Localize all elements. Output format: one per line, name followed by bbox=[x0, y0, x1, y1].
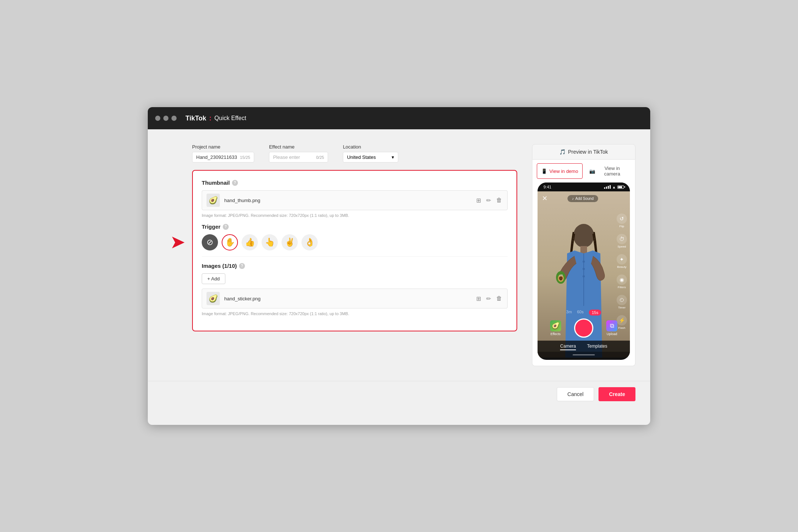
phone-screen: ✕ ♪ Add Sound ↺ bbox=[538, 191, 630, 358]
thumbnail-info-icon[interactable]: ? bbox=[232, 180, 238, 186]
phone-close-btn[interactable]: ✕ bbox=[542, 194, 548, 202]
image-file-row: 🥑 hand_sticker.png ⊞ ✏ 🗑 bbox=[202, 289, 508, 308]
phone-mockup: 9:41 ▲ bbox=[538, 183, 630, 360]
timer-label: Timer bbox=[618, 306, 625, 309]
close-traffic-light[interactable] bbox=[155, 116, 160, 121]
trigger-btn-ok[interactable]: 👌 bbox=[301, 234, 318, 250]
effect-name-char-count: 0/25 bbox=[316, 155, 324, 160]
music-note-icon: 🎵 bbox=[559, 149, 566, 155]
thumbnail-filename: hand_thumb.png bbox=[224, 198, 471, 203]
templates-tab[interactable]: Templates bbox=[587, 344, 607, 350]
home-indicator bbox=[538, 352, 630, 358]
add-sound-label: Add Sound bbox=[575, 197, 594, 201]
trigger-btn-ban[interactable]: ⊘ bbox=[202, 234, 218, 250]
images-title: Images (1/10) ? bbox=[202, 263, 508, 269]
add-sound-pill[interactable]: ♪ Add Sound bbox=[567, 195, 598, 202]
svg-point-8 bbox=[559, 276, 563, 280]
timer-icon[interactable]: ⏲ bbox=[617, 295, 627, 305]
timer-row: 3m 60s 15s bbox=[538, 310, 630, 316]
flip-icon[interactable]: ↺ bbox=[617, 214, 627, 224]
phone-bottom-tabs: Camera Templates bbox=[538, 341, 630, 352]
svg-rect-1 bbox=[580, 246, 587, 253]
beauty-icon[interactable]: ✦ bbox=[617, 254, 627, 265]
effect-name-placeholder: Please enter bbox=[273, 154, 300, 160]
project-name-input[interactable]: Hand_2309211633 15/25 bbox=[192, 152, 254, 163]
demo-icon: 📱 bbox=[541, 168, 547, 174]
effect-name-label: Effect name bbox=[269, 144, 328, 150]
camera-background: ✕ ♪ Add Sound ↺ bbox=[538, 191, 630, 358]
effect-name-input[interactable]: Please enter 0/25 bbox=[269, 152, 328, 163]
phone-container: 9:41 ▲ bbox=[532, 183, 635, 366]
image-edit-btn[interactable]: ✏ bbox=[485, 294, 492, 303]
filters-icon[interactable]: ◉ bbox=[617, 274, 627, 285]
trigger-info-icon[interactable]: ? bbox=[223, 224, 229, 230]
status-icons: ▲ bbox=[604, 185, 624, 189]
thumbnail-edit-btn[interactable]: ✏ bbox=[485, 196, 492, 205]
view-in-demo-tab[interactable]: 📱 View in demo bbox=[537, 163, 583, 179]
create-button[interactable]: Create bbox=[598, 387, 635, 401]
location-select[interactable]: United States ▾ bbox=[343, 152, 398, 163]
add-image-button[interactable]: + Add bbox=[202, 273, 225, 284]
trigger-icons: ⊘ ✋ 👍 👆 ✌ 👌 bbox=[202, 234, 508, 250]
view-in-camera-tab[interactable]: 📷 View in camera bbox=[586, 163, 631, 179]
chevron-down-icon: ▾ bbox=[392, 154, 394, 160]
thumbnail-preview: 🥑 bbox=[207, 194, 220, 207]
thumbnail-hint: Image format: JPEG/PNG. Recommended size… bbox=[202, 213, 508, 218]
images-info-icon[interactable]: ? bbox=[239, 263, 245, 269]
speed-label: Speed bbox=[617, 245, 626, 248]
section-divider bbox=[202, 256, 508, 257]
wifi-icon: ▲ bbox=[612, 185, 616, 189]
timer-15s[interactable]: 15s bbox=[589, 310, 601, 316]
thumbnail-delete-btn[interactable]: 🗑 bbox=[495, 196, 503, 204]
trigger-btn-peace[interactable]: ✌ bbox=[282, 234, 298, 250]
app-window: TikTok : Quick Effect ➤ Project name Han… bbox=[148, 107, 650, 425]
image-actions: ⊞ ✏ 🗑 bbox=[475, 294, 503, 303]
thumbnail-file-row: 🥑 hand_thumb.png ⊞ ✏ 🗑 bbox=[202, 190, 508, 210]
beauty-label: Beauty bbox=[617, 265, 627, 269]
maximize-traffic-light[interactable] bbox=[171, 116, 177, 121]
image-filename: hand_sticker.png bbox=[224, 296, 471, 301]
effects-thumb-icon: 🥑 bbox=[550, 320, 561, 331]
trigger-btn-open-hand[interactable]: ✋ bbox=[222, 234, 238, 250]
traffic-lights bbox=[155, 116, 177, 121]
arrow-pointer: ➤ bbox=[170, 233, 185, 251]
tiktok-top-overlay: ✕ ♪ Add Sound bbox=[538, 191, 630, 205]
images-hint: Image format: JPEG/PNG. Recommended size… bbox=[202, 311, 508, 316]
thumbnail-preview-btn[interactable]: ⊞ bbox=[475, 196, 482, 205]
cancel-button[interactable]: Cancel bbox=[557, 387, 594, 401]
svg-point-10 bbox=[560, 275, 560, 276]
effects-label: Effects bbox=[550, 332, 560, 336]
preview-tabs: 📱 View in demo 📷 View in camera bbox=[532, 160, 635, 183]
separator: : bbox=[209, 115, 211, 122]
right-panel: 🎵 Preview in TikTok 📱 View in demo 📷 Vie… bbox=[532, 144, 635, 366]
filters-icon-item: ◉ Filters bbox=[617, 274, 627, 289]
page-footer: Cancel Create bbox=[148, 381, 650, 407]
minimize-traffic-light[interactable] bbox=[163, 116, 168, 121]
trigger-btn-thumb[interactable]: 👍 bbox=[242, 234, 258, 250]
trigger-title: Trigger ? bbox=[202, 224, 508, 230]
image-delete-btn[interactable]: 🗑 bbox=[495, 294, 503, 303]
tiktok-bottom: 3m 60s 15s 🥑 Effects bbox=[538, 310, 630, 358]
home-bar bbox=[573, 354, 595, 355]
signal-icon bbox=[604, 185, 611, 189]
beauty-icon-item: ✦ Beauty bbox=[617, 254, 627, 269]
project-name-value: Hand_2309211633 bbox=[196, 154, 237, 160]
thumbnail-title: Thumbnail ? bbox=[202, 180, 508, 186]
main-content: ➤ Project name Hand_2309211633 15/25 Eff… bbox=[148, 129, 650, 381]
effect-name-field: Effect name Please enter 0/25 bbox=[269, 144, 328, 163]
timer-3m[interactable]: 3m bbox=[566, 310, 572, 316]
trigger-btn-point[interactable]: 👆 bbox=[262, 234, 278, 250]
record-button[interactable] bbox=[574, 318, 593, 338]
effects-container: 🥑 Effects bbox=[550, 320, 561, 336]
app-subtitle: Quick Effect bbox=[214, 115, 246, 122]
project-name-label: Project name bbox=[192, 144, 254, 150]
speed-icon-item: ⏱ Speed bbox=[617, 234, 627, 248]
speed-icon[interactable]: ⏱ bbox=[617, 234, 627, 244]
images-section: Images (1/10) ? + Add 🥑 hand_sticker.png… bbox=[202, 263, 508, 316]
camera-tab[interactable]: Camera bbox=[560, 344, 576, 350]
timer-60s[interactable]: 60s bbox=[577, 310, 584, 316]
image-preview-btn[interactable]: ⊞ bbox=[475, 294, 482, 303]
svg-point-5 bbox=[583, 275, 585, 277]
upload-label: Upload bbox=[607, 332, 617, 336]
trigger-section: Trigger ? ⊘ ✋ 👍 👆 ✌ 👌 bbox=[202, 224, 508, 250]
